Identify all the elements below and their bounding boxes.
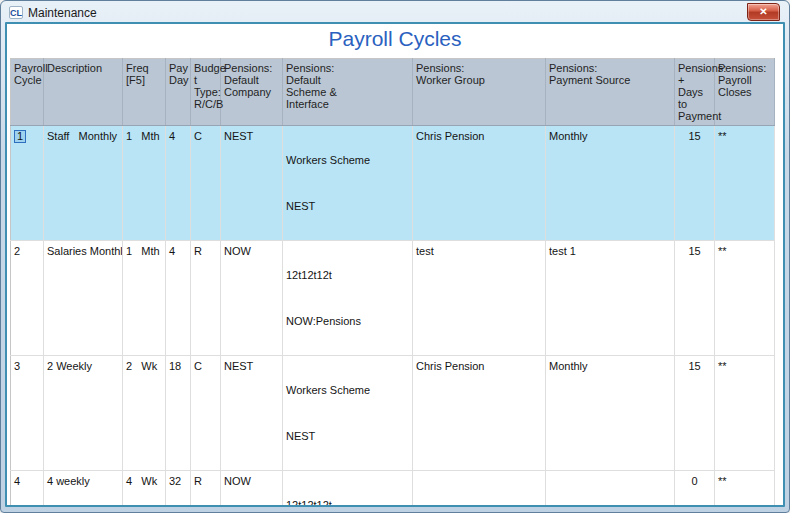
table-row[interactable]: 3 2 Weekly 2 Wk 18 C NEST Workers Scheme… [11, 356, 775, 471]
cell-days: 0 [675, 471, 715, 508]
close-icon[interactable]: ✕ [747, 3, 780, 21]
col-header-pay-day: Pay Day [166, 59, 191, 126]
col-header-budget-type: Budge t Type: R/C/B [191, 59, 221, 126]
cell-worker-group: test [413, 241, 546, 356]
cell-description: 2 Weekly [44, 356, 123, 471]
cell-scheme: 12t12t12t NOW:Pensions [283, 241, 413, 356]
cell-cycle: 3 [11, 356, 44, 471]
cell-pay-day: 18 [166, 356, 191, 471]
cell-company: NOW [221, 471, 283, 508]
cell-scheme: Workers Scheme NEST [283, 356, 413, 471]
cell-budget: C [191, 126, 221, 241]
col-header-pensions-default-company: Pensions: Default Company [221, 59, 283, 126]
cell-budget: C [191, 356, 221, 471]
cell-pay-day: 32 [166, 471, 191, 508]
cell-payment-source: Monthly [546, 356, 675, 471]
col-header-pensions-payroll-closes: Pensions: Payroll Closes [715, 59, 775, 126]
cell-freq: 1 Mth [123, 126, 166, 241]
col-header-payroll-cycle: Payroll Cycle [11, 59, 44, 126]
dialog-client-area: Payroll Cycles Payroll Cycle Description… [5, 22, 785, 507]
cell-freq: 1 Mth [123, 241, 166, 356]
cell-closes: ** [715, 356, 775, 471]
cell-payment-source: Monthly [546, 126, 675, 241]
cell-payment-source: test 1 [546, 241, 675, 356]
cell-worker-group: Chris Pension [413, 356, 546, 471]
cell-days: 15 [675, 356, 715, 471]
col-header-description: Description [44, 59, 123, 126]
cell-cycle: 2 [11, 241, 44, 356]
cell-company: NOW [221, 241, 283, 356]
window-title: Maintenance [28, 6, 97, 20]
cell-pay-day: 4 [166, 241, 191, 356]
cell-days: 15 [675, 126, 715, 241]
cell-worker-group [413, 471, 546, 508]
cell-pay-day: 4 [166, 126, 191, 241]
col-header-pensions-payment-source: Pensions: Payment Source [546, 59, 675, 126]
cell-freq: 2 Wk [123, 356, 166, 471]
cell-days: 15 [675, 241, 715, 356]
cell-budget: R [191, 471, 221, 508]
cell-company: NEST [221, 356, 283, 471]
cell-payment-source [546, 471, 675, 508]
payroll-cycles-table: Payroll Cycle Description Freq [F5] Pay … [10, 58, 775, 507]
page-title: Payroll Cycles [9, 27, 781, 51]
cell-closes: ** [715, 126, 775, 241]
cell-worker-group: Chris Pension [413, 126, 546, 241]
table-row[interactable]: 1 Staff Monthly 1 Mth 4 C NEST Workers S… [11, 126, 775, 241]
cell-scheme: Workers Scheme NEST [283, 126, 413, 241]
cell-description: Salaries Monthly [44, 241, 123, 356]
maintenance-window: CL Maintenance ✕ Payroll Cycles Payroll … [0, 0, 790, 513]
cell-company: NEST [221, 126, 283, 241]
col-header-pensions-default-scheme: Pensions: Default Scheme & Interface [283, 59, 413, 126]
cell-cycle: 4 [11, 471, 44, 508]
col-header-freq: Freq [F5] [123, 59, 166, 126]
cell-closes: ** [715, 471, 775, 508]
col-header-pensions-worker-group: Pensions: Worker Group [413, 59, 546, 126]
app-logo-icon: CL [9, 6, 23, 19]
col-header-pensions-days-to-payment: Pensions: + Days to Payment [675, 59, 715, 126]
cell-freq: 4 Wk [123, 471, 166, 508]
cell-closes: ** [715, 241, 775, 356]
selected-cell-marker: 1 [14, 130, 26, 143]
cell-budget: R [191, 241, 221, 356]
cell-description: 4 weekly [44, 471, 123, 508]
cell-description: Staff Monthly [44, 126, 123, 241]
table-row[interactable]: 2 Salaries Monthly 1 Mth 4 R NOW 12t12t1… [11, 241, 775, 356]
cell-cycle: 1 [11, 126, 44, 241]
table-row[interactable]: 4 4 weekly 4 Wk 32 R NOW 12t12t12t NOW:P… [11, 471, 775, 508]
table-header: Payroll Cycle Description Freq [F5] Pay … [11, 59, 775, 126]
cell-scheme: 12t12t12t NOW:Pensions [283, 471, 413, 508]
title-bar[interactable]: CL Maintenance ✕ [5, 1, 785, 22]
